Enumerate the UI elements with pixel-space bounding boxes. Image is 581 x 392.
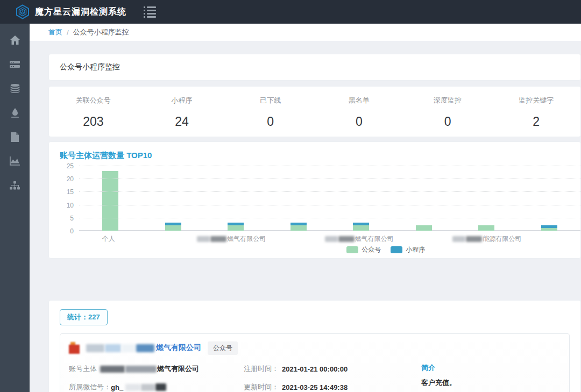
- bar-chart: 0510152025: [60, 166, 580, 231]
- sidebar-item-statistics[interactable]: [0, 150, 30, 174]
- legend-swatch: [391, 246, 402, 253]
- stat-deep-monitor: 深度监控 0: [403, 87, 492, 137]
- account-detail-col-right: 简介 客户充值。: [421, 363, 561, 392]
- stacked-bar[interactable]: [290, 223, 307, 231]
- bar-segment-公众号: [228, 225, 244, 231]
- sidebar-item-reports[interactable]: [0, 126, 30, 150]
- sidebar-item-assets[interactable]: [0, 53, 30, 77]
- y-axis-ticks: 0510152025: [60, 166, 74, 231]
- blurred-label-prefix: [197, 236, 210, 242]
- stacked-bar[interactable]: [478, 225, 494, 231]
- bar-segment-公众号: [165, 225, 181, 231]
- gridline: [79, 179, 580, 179]
- stat-blacklist: 黑名单 0: [315, 87, 403, 137]
- bar-slot: [204, 166, 267, 231]
- intro-text: 客户充值。: [421, 378, 561, 388]
- legend-item-公众号[interactable]: 公众号: [346, 245, 381, 254]
- database-icon: [10, 84, 20, 95]
- bar-slot: [79, 166, 142, 231]
- blurred-account-name-prefix: [86, 344, 155, 352]
- sidebar-item-monitor[interactable]: [0, 102, 30, 126]
- legend-item-小程序[interactable]: 小程序: [391, 245, 425, 254]
- bar-segment-公众号: [353, 225, 369, 231]
- sidebar-item-database[interactable]: [0, 77, 30, 102]
- x-axis-label: 能源有限公司: [452, 234, 521, 244]
- stat-miniprograms: 小程序 24: [138, 87, 226, 137]
- breadcrumb: 首页 / 公众号小程序监控: [30, 24, 581, 41]
- count-badge: 统计：227: [60, 309, 108, 325]
- bar-slot: [267, 166, 330, 231]
- blurred-label-prefix: [338, 236, 355, 242]
- legend-swatch: [346, 246, 358, 253]
- x-axis-label: [521, 234, 580, 244]
- bar-segment-公众号: [416, 225, 432, 231]
- account-detail-col-mid: 注册时间： 2021-01-21 00:00:00 更新时间： 2021-03-…: [244, 363, 421, 392]
- blurred-label-prefix: [466, 236, 482, 242]
- legend-label: 小程序: [406, 245, 425, 254]
- x-axis-label: 燃气有限公司: [325, 234, 394, 244]
- app-header: 魔方星云漏洞检测系统: [0, 0, 581, 24]
- account-list-item[interactable]: 燃气有限公司 公众号 账号主体 燃气有限公司 所属微信号： gh_: [60, 333, 570, 392]
- x-axis-labels: 个人燃气有限公司燃气有限公司能源有限公司: [79, 234, 580, 244]
- app-title: 魔方星云漏洞检测系统: [35, 6, 126, 18]
- stats-summary-card: 关联公众号 203 小程序 24 已下线 0 黑名单 0 深度监控 0 监控关键…: [48, 86, 581, 137]
- breadcrumb-home-link[interactable]: 首页: [48, 27, 62, 37]
- accounts-list-card: 统计：227 燃气有限公司 公众号 账号主体: [48, 300, 581, 392]
- breadcrumb-separator: /: [67, 28, 69, 37]
- stacked-bar[interactable]: [416, 225, 432, 231]
- subject-field: 账号主体 燃气有限公司: [69, 363, 244, 375]
- y-tick-label: 25: [60, 162, 74, 170]
- account-name-link[interactable]: 燃气有限公司: [156, 343, 201, 353]
- stat-linked-accounts: 关联公众号 203: [49, 87, 138, 137]
- file-icon: [11, 132, 19, 144]
- gridline: [79, 205, 580, 205]
- bar-slot: [142, 166, 205, 231]
- sitemap-icon: [10, 181, 20, 192]
- account-type-tag: 公众号: [208, 341, 238, 355]
- y-tick-label: 15: [60, 188, 74, 196]
- stacked-bar[interactable]: [102, 171, 118, 231]
- account-avatar: [69, 342, 81, 354]
- register-time-field: 注册时间： 2021-01-21 00:00:00: [244, 363, 421, 375]
- intro-label: 简介: [421, 363, 561, 373]
- account-detail-col-left: 账号主体 燃气有限公司 所属微信号： gh_: [69, 363, 244, 392]
- x-axis-label: [266, 234, 325, 244]
- account-detail-grid: 账号主体 燃气有限公司 所属微信号： gh_ 注册: [69, 363, 561, 392]
- y-tick-label: 20: [60, 175, 74, 183]
- y-tick-label: 0: [60, 227, 74, 235]
- menu-list-icon[interactable]: [144, 5, 156, 19]
- account-header-row: 燃气有限公司 公众号: [69, 340, 561, 355]
- legend-label: 公众号: [362, 245, 381, 254]
- bar-segment-公众号: [541, 228, 557, 231]
- x-axis-label: [394, 234, 453, 244]
- stacked-bar[interactable]: [541, 225, 557, 231]
- blurred-label-prefix: [210, 236, 226, 242]
- blurred-label-prefix: [452, 236, 465, 242]
- x-axis-label: [138, 234, 197, 244]
- bar-slot: [518, 166, 581, 231]
- bar-segment-公众号: [102, 171, 118, 231]
- stat-keywords: 监控关键字 2: [492, 87, 580, 137]
- stacked-bar[interactable]: [165, 223, 181, 231]
- bar-slot: [455, 166, 518, 231]
- wechat-id-field: 所属微信号： gh_: [69, 381, 244, 392]
- fire-icon: [11, 108, 19, 120]
- bar-slot: [330, 166, 393, 231]
- y-tick-label: 10: [60, 202, 74, 209]
- sidebar-item-home[interactable]: [0, 29, 30, 53]
- top10-chart-card: 账号主体运营数量 TOP10 0510152025 个人燃气有限公司燃气有限公司…: [48, 141, 581, 259]
- server-icon: [10, 60, 20, 71]
- stacked-bar[interactable]: [353, 223, 369, 231]
- stat-offline: 已下线 0: [226, 87, 315, 137]
- sidebar-nav: [0, 24, 30, 392]
- chart-legend: 公众号小程序: [346, 245, 435, 254]
- bars-row: [79, 166, 580, 231]
- app-logo-icon: [15, 4, 30, 19]
- x-axis-label: 个人: [79, 234, 138, 244]
- stacked-bar[interactable]: [228, 223, 244, 231]
- x-axis-label: 燃气有限公司: [197, 234, 266, 244]
- blurred-label-prefix: [325, 236, 338, 242]
- page-title: 公众号小程序监控: [60, 62, 120, 72]
- sidebar-item-topology[interactable]: [0, 174, 30, 198]
- chart-title: 账号主体运营数量 TOP10: [60, 151, 580, 161]
